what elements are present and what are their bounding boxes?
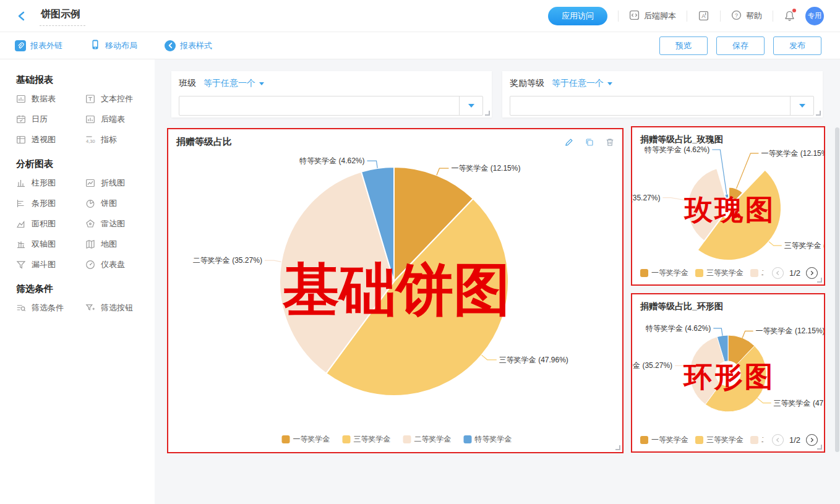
legend-label: 二等奖学金	[761, 435, 763, 445]
sidebar-item-text-widget[interactable]: 文本控件	[85, 88, 155, 109]
sidebar-item-dual-axis-chart[interactable]: 双轴图	[16, 234, 85, 254]
pager-prev-icon[interactable]	[772, 267, 784, 279]
preview-button[interactable]: 预览	[659, 36, 708, 55]
filter-operator[interactable]: 等于任意一个	[204, 78, 264, 89]
legend-item-一等奖学金[interactable]: 一等奖学金	[640, 268, 688, 278]
report-style-button[interactable]: 报表样式	[165, 40, 212, 51]
notification-bell-icon[interactable]	[784, 10, 795, 22]
legend-item-三等奖学金[interactable]: 三等奖学金	[695, 435, 744, 445]
paperclip-icon	[15, 40, 26, 51]
rose-legend: 一等奖学金三等奖学金二等奖学金特等奖学金	[640, 268, 763, 278]
legend-item-一等奖学金[interactable]: 一等奖学金	[282, 434, 330, 445]
filter-button-icon	[85, 303, 95, 313]
pager-next-icon[interactable]	[806, 434, 818, 446]
page-title[interactable]: 饼图示例	[40, 6, 85, 26]
resize-handle[interactable]	[817, 445, 822, 450]
chevron-down-icon[interactable]	[790, 96, 813, 115]
pie-label: 一等奖学金 (12.15%)	[761, 149, 824, 158]
sidebar-item-pie-chart[interactable]: 饼图	[85, 193, 155, 213]
label-leader-line	[742, 331, 753, 338]
resize-handle[interactable]	[615, 445, 620, 450]
sidebar-item-label: 文本控件	[101, 93, 133, 105]
legend-label: 三等奖学金	[354, 434, 391, 445]
translate-icon[interactable]: A	[698, 10, 709, 22]
sidebar-item-area-chart[interactable]: 面积图	[16, 213, 85, 234]
filter-card-0[interactable]: 班级 等于任意一个	[171, 71, 492, 117]
filter-card-1[interactable]: 奖励等级 等于任意一个	[502, 71, 823, 117]
svg-text:4,30: 4,30	[86, 138, 95, 143]
toolbar-actions: 预览 保存 发布	[659, 36, 821, 55]
app-access-button[interactable]: 应用访问	[548, 7, 607, 25]
canvas-scrollbar[interactable]	[835, 127, 839, 452]
panel-rose-pie[interactable]: 捐赠等级占比_玫瑰图 一等奖学金 (12.15%)三等奖学金 (47.96%)二…	[631, 126, 825, 286]
mobile-layout-button[interactable]: 移动布局	[90, 39, 137, 52]
back-icon[interactable]	[16, 11, 27, 22]
pager-next-icon[interactable]	[806, 267, 818, 279]
panel-basic-pie[interactable]: 捐赠等级占比 一等奖学金 (12.15%)三等奖学金 (47.96%)二等奖学金…	[167, 128, 624, 453]
panel-donut-pie[interactable]: 捐赠等级占比_环形图 一等奖学金 (12.15%)三等奖学金 (47.96%)二…	[631, 293, 825, 453]
sidebar-item-filter-condition[interactable]: 筛选条件	[16, 297, 85, 318]
sidebar-item-backend-table[interactable]: 后端表	[85, 109, 155, 129]
chevron-down-icon[interactable]	[459, 96, 482, 115]
pie-slice-特等奖学金[interactable]	[725, 194, 729, 198]
sidebar-item-gauge[interactable]: 仪表盘	[85, 254, 155, 275]
publish-button[interactable]: 发布	[773, 36, 821, 55]
legend-item-三等奖学金[interactable]: 三等奖学金	[343, 434, 391, 445]
legend-item-二等奖学金[interactable]: 二等奖学金	[403, 434, 452, 445]
label-leader-line	[675, 365, 690, 367]
legend-label: 三等奖学金	[706, 268, 744, 278]
filter-select[interactable]	[510, 96, 814, 116]
filter-select-value	[510, 96, 523, 115]
sidebar-item-data-table[interactable]: 数据表	[16, 88, 85, 109]
column-chart-icon	[16, 178, 26, 188]
help-button[interactable]: ? 帮助	[731, 10, 762, 22]
pivot-table-icon	[16, 135, 26, 145]
label-leader-line	[713, 328, 722, 336]
sidebar-section-1: 分析图表柱形图折线图条形图饼图面积图雷达图双轴图地图漏斗图仪表盘	[16, 158, 155, 275]
data-table-icon	[16, 94, 26, 104]
sidebar-item-metric[interactable]: 4,30指标	[85, 129, 155, 150]
legend-item-二等奖学金[interactable]: 二等奖学金	[750, 268, 763, 278]
legend-item-三等奖学金[interactable]: 三等奖学金	[695, 268, 744, 278]
sidebar-item-column-chart[interactable]: 柱形图	[16, 173, 85, 193]
backend-script-button[interactable]: 后端脚本	[629, 10, 676, 22]
donut-chart[interactable]: 一等奖学金 (12.15%)三等奖学金 (47.96%)二等奖学金 (35.27…	[632, 294, 824, 451]
basic-pie-chart[interactable]: 一等奖学金 (12.15%)三等奖学金 (47.96%)二等奖学金 (35.27…	[168, 129, 622, 452]
sidebar-item-filter-button[interactable]: 筛选按钮	[85, 297, 155, 318]
avatar[interactable]: 专用	[805, 7, 824, 25]
legend-label: 特等奖学金	[475, 434, 512, 445]
pie-label: 二等奖学金 (35.27%)	[193, 256, 262, 265]
sidebar-item-map[interactable]: 地图	[85, 234, 155, 254]
widget-sidebar: 基础报表数据表文本控件日历后端表透视图4,30指标分析图表柱形图折线图条形图饼图…	[0, 59, 155, 504]
code-square-icon	[629, 10, 640, 22]
legend-item-特等奖学金[interactable]: 特等奖学金	[464, 434, 512, 445]
rose-chart[interactable]: 一等奖学金 (12.15%)三等奖学金 (47.96%)二等奖学金 (35.27…	[632, 127, 824, 284]
resize-handle[interactable]	[816, 111, 821, 116]
gauge-icon	[85, 260, 95, 270]
sidebar-item-bar-chart[interactable]: 条形图	[16, 193, 85, 213]
pie-chart-icon	[85, 199, 95, 208]
sidebar-item-label: 地图	[101, 239, 117, 250]
sidebar-item-funnel-chart[interactable]: 漏斗图	[16, 254, 85, 275]
filter-select[interactable]	[179, 96, 483, 116]
label-leader-line	[367, 161, 378, 168]
sidebar-item-label: 面积图	[32, 218, 56, 229]
label-leader-line	[482, 355, 497, 360]
report-external-link-button[interactable]: 报表外链	[15, 40, 62, 51]
sidebar-item-radar-chart[interactable]: 雷达图	[85, 213, 155, 234]
resize-handle[interactable]	[817, 278, 822, 283]
sidebar-item-pivot-table[interactable]: 透视图	[16, 129, 85, 150]
legend-item-一等奖学金[interactable]: 一等奖学金	[640, 435, 688, 445]
sidebar-item-calendar[interactable]: 日历	[16, 109, 85, 129]
legend-item-二等奖学金[interactable]: 二等奖学金	[750, 435, 763, 445]
donut-legend: 一等奖学金三等奖学金二等奖学金特等奖学金	[640, 435, 763, 445]
sidebar-item-line-chart[interactable]: 折线图	[85, 173, 155, 193]
label-leader-line	[265, 260, 281, 262]
save-button[interactable]: 保存	[716, 36, 765, 55]
resize-handle[interactable]	[485, 111, 490, 116]
label-leader-line	[662, 198, 688, 201]
pie-label: 二等奖学金 (35.27%)	[632, 194, 660, 202]
filter-operator[interactable]: 等于任意一个	[552, 78, 612, 89]
calendar-icon	[16, 114, 26, 124]
pager-prev-icon[interactable]	[772, 434, 784, 446]
